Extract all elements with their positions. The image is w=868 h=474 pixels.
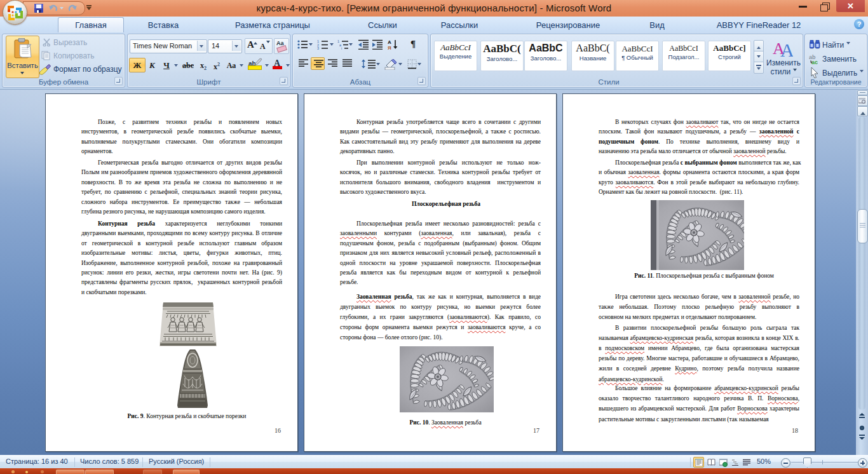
svg-text:А: А: [388, 39, 391, 45]
svg-text:i: i: [341, 46, 342, 50]
svg-text:ac: ac: [811, 59, 818, 65]
svg-text:3: 3: [317, 46, 319, 50]
svg-text:Я: Я: [388, 45, 391, 50]
svg-text:A: A: [780, 39, 793, 58]
